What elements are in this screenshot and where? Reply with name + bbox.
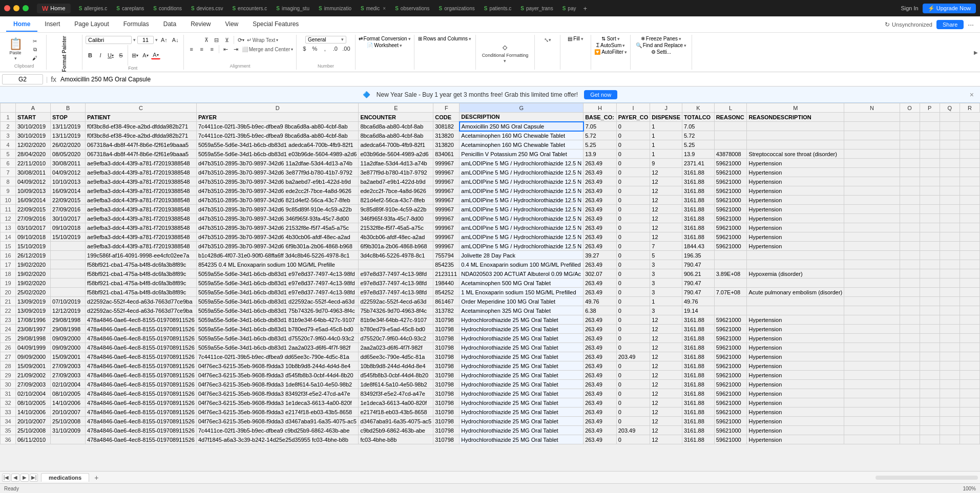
align-middle-button[interactable]: ⊟ <box>212 36 221 44</box>
table-cell[interactable] <box>747 122 844 131</box>
table-cell[interactable]: e97e8d37-7497-4c13-98fd <box>359 278 433 288</box>
align-right-button[interactable]: ≡ <box>207 45 217 53</box>
table-cell[interactable]: 346f965f-93fa-45c7-8d00 <box>359 214 433 223</box>
table-cell[interactable] <box>960 122 979 131</box>
table-cell[interactable]: Hypertension <box>747 315 844 325</box>
table-cell[interactable] <box>920 269 940 278</box>
table-cell[interactable] <box>920 288 940 297</box>
table-cell[interactable]: 59621000 <box>714 315 747 325</box>
table-cell[interactable] <box>844 315 900 325</box>
table-cell[interactable]: d47b3510-2895-3b70-9897-342d6 11a2dfae-5… <box>196 159 359 168</box>
table-cell[interactable] <box>920 159 940 168</box>
table-cell[interactable]: ae9efba3-ddc4-43f9-a781-f72019388548 <box>86 168 197 177</box>
table-cell[interactable]: 3161.88 <box>682 361 715 371</box>
table-cell[interactable] <box>960 288 979 297</box>
table-cell[interactable] <box>920 278 940 288</box>
table-cell[interactable]: Hypertension <box>747 343 844 352</box>
table-cell[interactable]: amLODIPine 5 MG / Hydrochlorothiazide 12… <box>460 196 583 205</box>
table-cell[interactable]: 3 <box>650 269 682 278</box>
table-cell[interactable]: 15/09/2001 <box>51 352 86 361</box>
tab-payer-trans[interactable]: Spayer_trans <box>516 4 557 13</box>
table-cell[interactable] <box>844 380 900 389</box>
table-cell[interactable] <box>844 232 900 242</box>
table-cell[interactable] <box>940 352 960 361</box>
table-cell[interactable]: 30/10/2019 <box>16 131 51 140</box>
table-cell[interactable]: 3161.88 <box>682 334 715 343</box>
table-cell[interactable]: 39.27 <box>583 251 617 260</box>
table-cell[interactable]: d47b3510-2895-3b70-9897-342d6 4b30cb06-a… <box>196 232 359 242</box>
table-cell[interactable]: Acetaminophen 500 MG Oral Tablet <box>460 278 583 288</box>
table-cell[interactable]: 4d7f1845-a6a3-3c39-b242-14d25e25d35955 f… <box>196 435 359 444</box>
table-cell[interactable] <box>960 242 979 251</box>
table-cell[interactable] <box>960 269 979 278</box>
table-cell[interactable]: 0 <box>616 334 650 343</box>
close-window-btn[interactable] <box>4 5 10 11</box>
table-cell[interactable]: b780ed79-e5ad-45c8-bd0 <box>359 325 433 334</box>
table-cell[interactable]: 478a4846-0ae6-4ec8-8155-019708911526 <box>86 352 197 361</box>
table-cell[interactable]: 5059a55e-5d6e-34d1-b6cb-db83d1 e97e8d37-… <box>196 288 359 297</box>
table-cell[interactable]: c9bd25b9-6862-463b-abe <box>359 426 433 435</box>
table-cell[interactable]: 0 <box>616 389 650 398</box>
table-cell[interactable]: 6.38 <box>583 306 617 315</box>
col-header-o[interactable]: O <box>900 103 920 113</box>
table-cell[interactable]: 13/11/2019 <box>51 131 86 140</box>
table-cell[interactable]: 22/09/2015 <box>51 196 86 205</box>
table-cell[interactable]: 5059a55e-5d6e-34d1-b6cb-db83d1 81b9e34f-… <box>196 315 359 325</box>
table-cell[interactable]: 59621000 <box>714 223 747 232</box>
table-cell[interactable]: 59621000 <box>714 361 747 371</box>
table-cell[interactable] <box>960 278 979 288</box>
table-cell[interactable]: 30/10/2019 <box>16 122 51 131</box>
fill-dropdown[interactable]: ▾ <box>581 36 583 41</box>
table-cell[interactable]: 478a4846-0ae6-4ec8-8155-019708911526 <box>86 343 197 352</box>
table-cell[interactable]: Jolivette 28 Day Pack <box>460 251 583 260</box>
table-cell[interactable]: 04f76ec3-6215-35eb-9608-f9dda3 d3467aba9… <box>196 417 359 426</box>
rc-dropdown[interactable]: ▾ <box>469 36 471 41</box>
table-cell[interactable]: 854235 0.4 ML Enoxaparin sodium 100 MG/M… <box>196 260 359 269</box>
table-cell[interactable]: 5059a55e-5d6e-34d1-b6cb-db83d1 d22592ac-… <box>196 297 359 306</box>
sheet-nav-next[interactable]: ▶ <box>20 474 29 482</box>
table-cell[interactable] <box>940 288 960 297</box>
table-cell[interactable]: 5059a55e-5d6e-34d1-b6cb-db83d1 b780ed79-… <box>196 325 359 334</box>
table-cell[interactable]: 81b9e34f-64bb-427c-9107 <box>359 315 433 325</box>
col-header-m[interactable]: M <box>747 103 844 113</box>
table-cell[interactable]: 263.49 <box>583 380 617 389</box>
table-cell[interactable]: ede2cc2f-7bce-4a8d-9626 <box>359 186 433 196</box>
fr-dropdown[interactable]: ▾ <box>684 43 686 48</box>
table-cell[interactable]: 75b74326-9d70-4963-8f4c <box>359 306 433 315</box>
table-cell[interactable]: Hypertension <box>747 417 844 426</box>
table-cell[interactable] <box>51 278 86 288</box>
table-cell[interactable]: 478a4846-0ae6-4ec8-8155-019708911526 <box>86 389 197 398</box>
table-cell[interactable] <box>920 343 940 352</box>
table-cell[interactable] <box>900 278 920 288</box>
table-cell[interactable] <box>844 435 900 444</box>
sheet-nav-first[interactable]: |◀ <box>2 474 10 482</box>
table-cell[interactable]: 3 <box>650 306 682 315</box>
table-cell[interactable]: Order Meperidine 100 MG Oral Tablet <box>460 297 583 306</box>
table-cell[interactable]: 3161.88 <box>682 186 715 196</box>
table-cell[interactable] <box>940 196 960 205</box>
table-cell[interactable]: 310798 <box>433 389 460 398</box>
table-cell[interactable]: d22592ac-552f-4ecd-a63d-7663d77ce9ba <box>86 306 197 315</box>
table-cell[interactable] <box>900 426 920 435</box>
table-cell[interactable] <box>51 242 86 251</box>
table-cell[interactable]: f58bf921-cba1-475a-b4f8-dc6fa3b8f89c <box>86 288 197 297</box>
table-cell[interactable]: 0 <box>616 168 650 177</box>
table-cell[interactable] <box>940 408 960 417</box>
table-cell[interactable]: 196.35 <box>682 251 715 260</box>
table-cell[interactable] <box>960 260 979 269</box>
ribbon-expand-btn[interactable]: ▶ <box>974 35 978 70</box>
table-cell[interactable] <box>960 408 979 417</box>
table-cell[interactable] <box>940 159 960 168</box>
table-cell[interactable]: 59621000 <box>714 408 747 417</box>
table-cell[interactable]: 12 <box>650 389 682 398</box>
table-cell[interactable] <box>714 122 747 131</box>
table-cell[interactable]: 203.49 <box>616 352 650 361</box>
table-cell[interactable]: amLODIPine 5 MG / Hydrochlorothiazide 12… <box>460 223 583 232</box>
table-cell[interactable]: Hydrochlorothiazide 25 MG Oral Tablet <box>460 334 583 343</box>
table-cell[interactable]: Hypertension <box>747 398 844 408</box>
table-cell[interactable]: 263.49 <box>583 343 617 352</box>
table-cell[interactable] <box>900 334 920 343</box>
table-cell[interactable]: 310798 <box>433 352 460 361</box>
table-cell[interactable]: 07/10/2019 <box>51 297 86 306</box>
table-cell[interactable] <box>747 260 844 269</box>
